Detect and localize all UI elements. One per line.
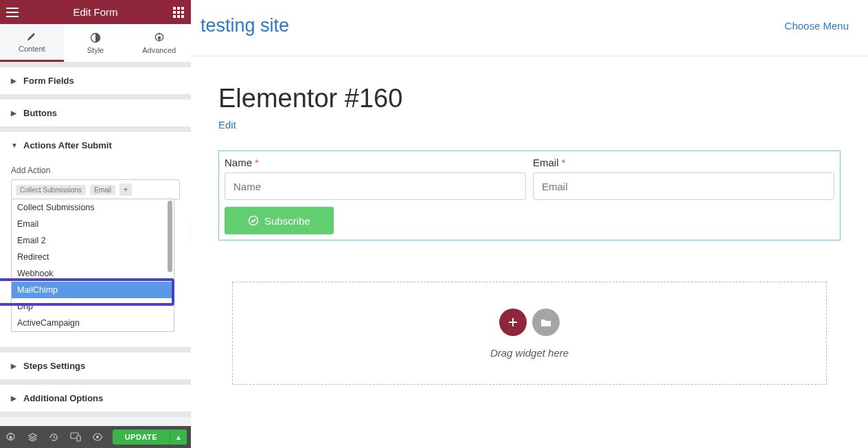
check-circle-icon bbox=[248, 215, 259, 226]
chip-collect-submissions[interactable]: Collect Submissions bbox=[16, 185, 86, 195]
settings-icon[interactable] bbox=[4, 430, 18, 444]
panel-tabs: Content Style Advanced bbox=[0, 24, 191, 62]
preview-icon[interactable] bbox=[91, 430, 104, 444]
dd-drip[interactable]: Drip bbox=[12, 298, 174, 315]
drop-actions bbox=[499, 309, 560, 336]
caret-right-icon: ▶ bbox=[11, 362, 18, 370]
contrast-icon bbox=[90, 32, 101, 43]
tab-style[interactable]: Style bbox=[64, 24, 128, 62]
dd-email-2[interactable]: Email 2 bbox=[12, 232, 174, 249]
required-asterisk: * bbox=[255, 157, 259, 168]
caret-right-icon: ▶ bbox=[11, 394, 18, 402]
section-additional-options[interactable]: ▶ Additional Options bbox=[0, 385, 191, 412]
tab-style-label: Style bbox=[87, 46, 104, 54]
tab-advanced-label: Advanced bbox=[142, 46, 176, 54]
name-label: Name* bbox=[225, 157, 526, 168]
subscribe-button[interactable]: Subscribe bbox=[225, 207, 334, 234]
chip-email[interactable]: Email bbox=[90, 185, 115, 195]
pencil-icon bbox=[26, 31, 37, 42]
bottom-bar: UPDATE ▲ bbox=[0, 426, 191, 448]
section-actions-label: Actions After Submit bbox=[23, 140, 112, 150]
add-action-input[interactable]: Collect Submissions Email + bbox=[11, 179, 180, 200]
apps-grid-icon[interactable] bbox=[172, 5, 185, 19]
caret-down-icon: ▼ bbox=[11, 142, 18, 149]
section-buttons[interactable]: ▶ Buttons bbox=[0, 100, 191, 126]
choose-menu-link[interactable]: Choose Menu bbox=[785, 20, 849, 32]
editor-panel: Edit Form Content Style Adv bbox=[0, 0, 191, 448]
svg-rect-1 bbox=[177, 7, 180, 10]
update-options-button[interactable]: ▲ bbox=[170, 429, 187, 445]
dd-activecampaign[interactable]: ActiveCampaign bbox=[12, 315, 174, 331]
svg-rect-13 bbox=[77, 436, 80, 441]
layers-icon[interactable] bbox=[26, 430, 40, 444]
required-asterisk: * bbox=[562, 157, 566, 168]
add-action-label: Add Action bbox=[11, 166, 180, 175]
dd-email[interactable]: Email bbox=[12, 216, 174, 232]
edit-link[interactable]: Edit bbox=[218, 119, 236, 131]
svg-point-11 bbox=[10, 436, 12, 438]
dd-collect-submissions[interactable]: Collect Submissions bbox=[12, 199, 174, 216]
section-buttons-label: Buttons bbox=[23, 108, 57, 118]
update-button[interactable]: UPDATE bbox=[113, 429, 170, 445]
dd-webhook[interactable]: Webhook bbox=[12, 265, 174, 282]
dd-redirect[interactable]: Redirect bbox=[12, 249, 174, 265]
caret-right-icon: ▶ bbox=[11, 77, 18, 85]
add-chip-button[interactable]: + bbox=[119, 183, 132, 196]
section-actions-after-submit[interactable]: ▼ Actions After Submit bbox=[0, 132, 191, 159]
menu-icon[interactable] bbox=[5, 5, 19, 19]
svg-point-10 bbox=[157, 36, 160, 38]
svg-rect-0 bbox=[173, 7, 176, 10]
tab-content[interactable]: Content bbox=[0, 24, 64, 62]
section-actions-body: Add Action Collect Submissions Email + C… bbox=[0, 159, 191, 347]
svg-point-14 bbox=[96, 436, 99, 438]
tab-content-label: Content bbox=[19, 45, 45, 53]
caret-right-icon: ▶ bbox=[11, 109, 18, 117]
svg-rect-4 bbox=[177, 11, 180, 14]
email-label: Email* bbox=[533, 157, 834, 168]
dropdown-scroll-thumb[interactable] bbox=[168, 201, 172, 272]
svg-rect-3 bbox=[173, 11, 176, 14]
svg-rect-2 bbox=[181, 7, 184, 10]
svg-rect-6 bbox=[173, 15, 176, 18]
gear-icon bbox=[154, 32, 165, 43]
email-input[interactable] bbox=[533, 172, 834, 200]
panel-title: Edit Form bbox=[19, 6, 172, 18]
panel-header: Edit Form bbox=[0, 0, 191, 24]
svg-rect-7 bbox=[177, 15, 180, 18]
form-col-email: Email* bbox=[533, 157, 834, 200]
section-form-fields[interactable]: ▶ Form Fields bbox=[0, 67, 191, 94]
drop-widget-area[interactable]: Drag widget here bbox=[232, 282, 827, 385]
page-title: Elementor #160 bbox=[218, 84, 841, 113]
tab-advanced[interactable]: Advanced bbox=[127, 24, 191, 62]
tag-text-input[interactable] bbox=[136, 185, 143, 194]
site-title-link[interactable]: testing site bbox=[201, 15, 289, 36]
subscribe-label: Subscribe bbox=[264, 215, 310, 227]
name-input[interactable] bbox=[225, 172, 526, 200]
action-dropdown: Collect Submissions Email Email 2 Redire… bbox=[11, 199, 174, 332]
svg-rect-5 bbox=[181, 11, 184, 14]
preview-pane: testing site Choose Menu Elementor #160 … bbox=[191, 0, 868, 448]
template-library-button[interactable] bbox=[532, 309, 560, 336]
responsive-icon[interactable] bbox=[69, 430, 83, 444]
svg-rect-8 bbox=[181, 15, 184, 18]
section-additional-label: Additional Options bbox=[23, 393, 103, 403]
section-steps-settings[interactable]: ▶ Steps Settings bbox=[0, 352, 191, 379]
section-form-fields-label: Form Fields bbox=[23, 76, 74, 86]
site-topbar: testing site Choose Menu bbox=[191, 0, 868, 56]
dd-mailchimp[interactable]: MailChimp bbox=[12, 282, 174, 298]
form-col-name: Name* bbox=[225, 157, 526, 200]
drop-text: Drag widget here bbox=[490, 347, 569, 359]
form-widget[interactable]: Name* Email* Subscribe bbox=[218, 150, 841, 240]
add-section-button[interactable] bbox=[499, 309, 527, 336]
history-icon[interactable] bbox=[47, 430, 61, 444]
section-steps-label: Steps Settings bbox=[23, 361, 85, 371]
page-body: Elementor #160 Edit Name* Email* Subscri… bbox=[191, 56, 868, 385]
sections: ▶ Form Fields ▶ Buttons ▼ Actions After … bbox=[0, 62, 191, 426]
